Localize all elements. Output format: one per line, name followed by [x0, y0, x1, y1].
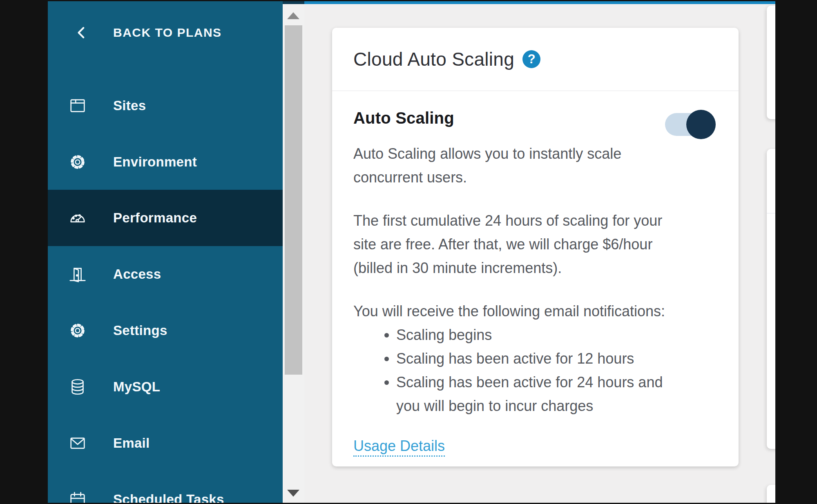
card-header: Cloud Auto Scaling ?	[332, 28, 739, 91]
sidebar-item-performance[interactable]: Performance	[48, 190, 283, 246]
gear-icon	[68, 321, 87, 340]
database-icon	[68, 377, 87, 396]
sidebar-item-email[interactable]: Email	[48, 415, 283, 471]
sidebar: BACK TO PLANS Sites Environment Performa…	[48, 0, 283, 503]
card-title: Cloud Auto Scaling	[353, 48, 514, 70]
browser-icon	[68, 96, 87, 115]
sidebar-item-label: Access	[113, 266, 161, 282]
sidebar-item-label: Email	[113, 435, 150, 451]
sidebar-item-label: Scheduled Tasks	[113, 492, 224, 503]
scroll-up-button[interactable]	[287, 12, 299, 19]
notifications-intro: You will receive the following email not…	[353, 300, 717, 323]
scroll-down-button[interactable]	[287, 490, 299, 497]
sidebar-item-mysql[interactable]: MySQL	[48, 359, 283, 415]
gear-icon	[68, 153, 87, 171]
list-item: Scaling begins	[396, 323, 717, 347]
pricing-text: The first cumulative 24 hours of scaling…	[353, 209, 717, 280]
back-to-plans-button[interactable]: BACK TO PLANS	[48, 16, 283, 49]
cloud-auto-scaling-card: Cloud Auto Scaling ? Auto Scaling Auto S…	[332, 28, 739, 466]
list-item: Scaling has been active for 12 hours	[396, 347, 717, 371]
app-screen: BACK TO PLANS Sites Environment Performa…	[48, 0, 775, 503]
auto-scaling-heading: Auto Scaling	[353, 109, 717, 127]
divider	[767, 213, 775, 213]
scrollbar-thumb[interactable]	[285, 25, 302, 375]
calendar-icon	[68, 490, 87, 503]
partial-card-right-top	[767, 6, 775, 119]
auto-scaling-description: Auto Scaling allows you to instantly sca…	[353, 142, 717, 189]
main-content: Cloud Auto Scaling ? Auto Scaling Auto S…	[304, 4, 775, 503]
sidebar-item-label: Environment	[113, 154, 197, 170]
list-item: Scaling has been active for 24 hours and…	[396, 371, 717, 418]
sidebar-item-sites[interactable]: Sites	[48, 78, 283, 134]
sidebar-item-scheduled-tasks[interactable]: Scheduled Tasks	[48, 471, 283, 503]
toggle-knob	[686, 110, 716, 139]
usage-details-link[interactable]: Usage Details	[353, 437, 445, 457]
partial-card-right-middle	[767, 149, 775, 449]
partial-card-right-bottom	[767, 485, 775, 503]
back-to-plans-label: BACK TO PLANS	[113, 26, 222, 40]
envelope-icon	[68, 434, 87, 453]
speedometer-icon	[68, 209, 87, 227]
letterboxed-stage: BACK TO PLANS Sites Environment Performa…	[0, 0, 817, 504]
sidebar-item-access[interactable]: Access	[48, 246, 283, 302]
sidebar-item-label: Performance	[113, 210, 197, 226]
chevron-left-icon	[75, 26, 89, 40]
sidebar-item-label: Sites	[113, 98, 146, 113]
notifications-list: Scaling begins Scaling has been active f…	[353, 323, 717, 418]
scrollbar-track[interactable]	[283, 4, 304, 503]
help-icon[interactable]: ?	[522, 50, 540, 68]
sidebar-item-label: Settings	[113, 323, 167, 338]
sidebar-item-environment[interactable]: Environment	[48, 134, 283, 190]
auto-scaling-toggle[interactable]	[665, 113, 715, 136]
sidebar-item-settings[interactable]: Settings	[48, 302, 283, 359]
letterbox-top-strip	[48, 0, 775, 1]
card-body: Auto Scaling Auto Scaling allows you to …	[332, 91, 739, 457]
sidebar-item-label: MySQL	[113, 379, 160, 395]
door-icon	[68, 265, 87, 284]
